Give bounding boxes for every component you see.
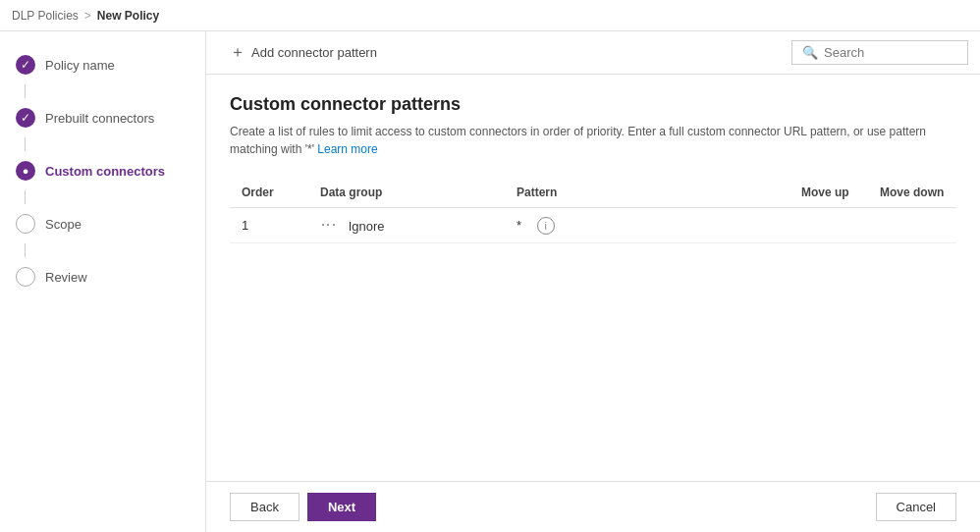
connector-table: Order Data group Pattern Move up Move do… bbox=[230, 178, 956, 243]
pattern-info-icon[interactable]: i bbox=[537, 217, 555, 235]
sidebar-item-policy-name[interactable]: ✓ Policy name bbox=[0, 47, 205, 82]
cell-pattern: * i bbox=[505, 208, 789, 243]
next-button[interactable]: Next bbox=[307, 493, 376, 521]
cell-datagroup: ⋮ Ignore bbox=[308, 208, 505, 243]
search-box: 🔍 bbox=[791, 40, 968, 65]
sidebar-item-prebuilt-connectors[interactable]: ✓ Prebuilt connectors bbox=[0, 100, 205, 135]
sidebar-connector-1 bbox=[25, 84, 26, 98]
step-icon-custom: ● bbox=[16, 161, 35, 181]
sidebar-label-prebuilt: Prebuilt connectors bbox=[45, 111, 154, 126]
sidebar-connector-3 bbox=[25, 190, 26, 204]
sidebar-label-review: Review bbox=[45, 270, 87, 285]
datagroup-label: Ignore bbox=[349, 219, 385, 234]
toolbar: ＋ Add connector pattern 🔍 bbox=[206, 31, 980, 75]
datagroup-dots-menu[interactable]: ⋮ bbox=[319, 217, 338, 234]
page-title: Custom connector patterns bbox=[230, 94, 956, 115]
cell-moveup bbox=[789, 208, 868, 243]
sidebar-item-scope[interactable]: Scope bbox=[0, 206, 205, 241]
cell-order: 1 bbox=[230, 208, 308, 243]
add-connector-pattern-button[interactable]: ＋ Add connector pattern bbox=[218, 36, 389, 69]
breadcrumb-current: New Policy bbox=[97, 9, 159, 23]
breadcrumb-bar: DLP Policies > New Policy bbox=[0, 0, 980, 31]
search-icon: 🔍 bbox=[802, 45, 818, 60]
sidebar-label-policy-name: Policy name bbox=[45, 58, 115, 73]
page-description: Create a list of rules to limit access t… bbox=[230, 123, 956, 158]
sidebar-label-custom: Custom connectors bbox=[45, 164, 165, 179]
plus-icon: ＋ bbox=[230, 42, 245, 63]
sidebar-item-review[interactable]: Review bbox=[0, 259, 205, 294]
table-row: 1 ⋮ Ignore * i bbox=[230, 208, 956, 243]
back-button[interactable]: Back bbox=[230, 493, 299, 521]
breadcrumb-parent[interactable]: DLP Policies bbox=[12, 9, 79, 23]
cancel-button[interactable]: Cancel bbox=[876, 493, 956, 521]
content-area: ＋ Add connector pattern 🔍 Custom connect… bbox=[206, 31, 980, 532]
pattern-value: * bbox=[517, 218, 521, 233]
sidebar-connector-2 bbox=[25, 137, 26, 151]
col-header-movedown: Move down bbox=[868, 178, 956, 208]
step-icon-policy-name: ✓ bbox=[16, 55, 35, 75]
col-header-pattern: Pattern bbox=[505, 178, 789, 208]
learn-more-link[interactable]: Learn more bbox=[317, 142, 377, 156]
breadcrumb-separator: > bbox=[84, 9, 91, 23]
page-content: Custom connector patterns Create a list … bbox=[206, 75, 980, 481]
search-input[interactable] bbox=[824, 45, 942, 60]
sidebar-label-scope: Scope bbox=[45, 217, 82, 232]
sidebar-item-custom-connectors[interactable]: ● Custom connectors bbox=[0, 153, 205, 188]
col-header-datagroup: Data group bbox=[308, 178, 505, 208]
step-icon-scope bbox=[16, 214, 35, 234]
step-icon-prebuilt: ✓ bbox=[16, 108, 35, 128]
sidebar-connector-4 bbox=[25, 243, 26, 257]
table-header-row: Order Data group Pattern Move up Move do… bbox=[230, 178, 956, 208]
col-header-order: Order bbox=[230, 178, 308, 208]
footer: Back Next Cancel bbox=[206, 481, 980, 532]
add-button-label: Add connector pattern bbox=[251, 45, 377, 60]
main-layout: ✓ Policy name ✓ Prebuilt connectors ● Cu… bbox=[0, 31, 980, 532]
cell-movedown bbox=[868, 208, 956, 243]
sidebar: ✓ Policy name ✓ Prebuilt connectors ● Cu… bbox=[0, 31, 206, 532]
col-header-moveup: Move up bbox=[789, 178, 868, 208]
step-icon-review bbox=[16, 267, 35, 287]
